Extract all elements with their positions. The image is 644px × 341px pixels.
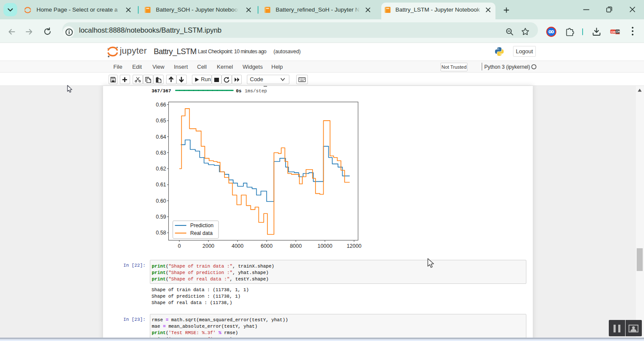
svg-text:0: 0 [178, 243, 181, 249]
svg-text:4000: 4000 [232, 243, 244, 249]
svg-text:0.61: 0.61 [156, 182, 166, 188]
svg-text:12000: 12000 [346, 243, 361, 249]
svg-text:0.66: 0.66 [156, 102, 166, 108]
svg-text:10000: 10000 [318, 243, 333, 249]
svg-text:8000: 8000 [290, 243, 302, 249]
svg-text:Real data: Real data [190, 230, 213, 236]
svg-text:0.63: 0.63 [156, 150, 166, 156]
svg-text:0.58: 0.58 [156, 230, 166, 236]
svg-text:0.60: 0.60 [156, 198, 166, 204]
svg-text:2000: 2000 [203, 243, 215, 249]
svg-text:0.65: 0.65 [156, 118, 166, 124]
svg-text:6000: 6000 [261, 243, 273, 249]
svg-text:Prediction: Prediction [190, 222, 213, 228]
svg-text:0.64: 0.64 [156, 134, 166, 140]
svg-text:OK: OK [611, 30, 616, 34]
svg-text:0.59: 0.59 [156, 214, 166, 220]
svg-text:OK: OK [616, 30, 620, 33]
svg-text:0.62: 0.62 [156, 166, 166, 172]
